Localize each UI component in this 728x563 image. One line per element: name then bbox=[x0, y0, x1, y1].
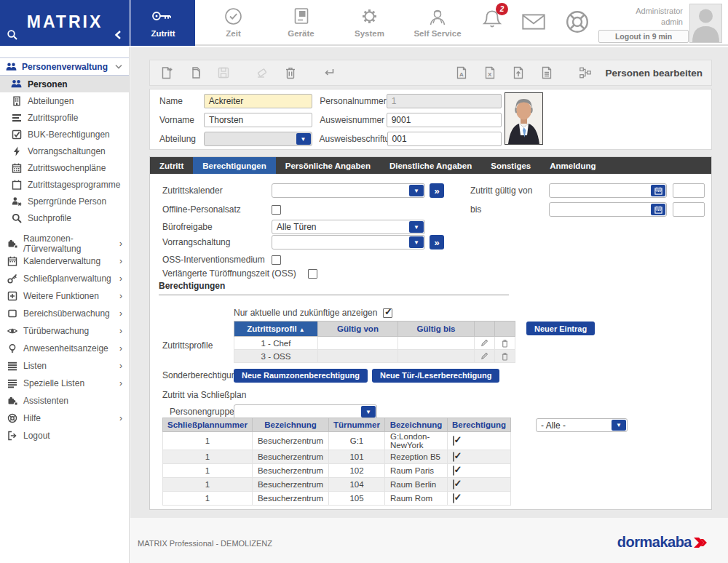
column-tuernummer[interactable]: Türnummer bbox=[329, 418, 385, 432]
sidebar-section-schliessplanverwaltung[interactable]: Schließplanverwaltung › bbox=[0, 270, 129, 287]
table-row[interactable]: 1 - Chef bbox=[234, 337, 515, 350]
verlaengerte-tueroeffnungszeit-checkbox[interactable] bbox=[308, 269, 317, 279]
zutrittskalender-select[interactable]: ▼ bbox=[272, 183, 425, 198]
berechtigung-checkbox[interactable] bbox=[453, 479, 454, 490]
edit-row-button[interactable] bbox=[475, 350, 495, 363]
schliessplan-filter-select[interactable]: - Alle - ▼ bbox=[536, 418, 628, 432]
berechtigung-checkbox[interactable] bbox=[453, 436, 454, 446]
edit-row-button[interactable] bbox=[475, 337, 495, 350]
chevron-down-icon[interactable]: ▼ bbox=[296, 133, 311, 145]
sidebar-item-vorrangschaltungen[interactable]: Vorrangschaltungen bbox=[0, 143, 129, 159]
neuer-eintrag-button[interactable]: Neuer Eintrag bbox=[526, 322, 595, 335]
export-pdf-button[interactable]: A bbox=[454, 65, 470, 81]
sidebar-item-sperrgruende-person[interactable]: Sperrgründe Person bbox=[0, 193, 129, 209]
tab-zutritt[interactable]: Zutritt bbox=[150, 157, 193, 174]
gueltig-von-time-field[interactable] bbox=[673, 183, 705, 198]
sidebar-section-raumzonen[interactable]: Raumzonen- /Türverwaltung › bbox=[0, 235, 129, 252]
module-tab-self-service[interactable]: Self Service bbox=[400, 0, 475, 46]
sidebar-section-spezielle-listen[interactable]: Spezielle Listen › bbox=[0, 375, 129, 392]
delete-button[interactable] bbox=[282, 65, 298, 81]
bis-date-field[interactable] bbox=[549, 202, 667, 217]
collapse-sidebar-icon[interactable] bbox=[114, 30, 122, 40]
upload-button[interactable] bbox=[510, 65, 526, 81]
table-row[interactable]: 1 Besucherzentrum 104 Raum Berlin bbox=[163, 478, 511, 492]
name-field[interactable]: Ackreiter bbox=[204, 94, 312, 108]
sidebar-item-abteilungen[interactable]: Abteilungen bbox=[0, 92, 129, 109]
column-berechtigung[interactable]: Berechtigung bbox=[447, 418, 510, 432]
table-row[interactable]: 1 Besucherzentrum 105 Raum Rom bbox=[163, 492, 511, 506]
sidebar-section-anwesenheitsanzeige[interactable]: Anwesenheitsanzeige › bbox=[0, 340, 129, 357]
vorname-field[interactable]: Thorsten bbox=[204, 113, 312, 127]
chevron-down-icon[interactable]: ▼ bbox=[612, 420, 626, 431]
berechtigung-checkbox[interactable] bbox=[453, 452, 454, 462]
tab-persoenliche-angaben[interactable]: Persönliche Angaben bbox=[276, 157, 380, 174]
sidebar-section-logout[interactable]: Logout bbox=[0, 427, 129, 444]
vorrangschaltung-more-button[interactable]: » bbox=[430, 235, 444, 249]
abteilung-select[interactable]: ▼ bbox=[204, 132, 312, 146]
sidebar-section-listen[interactable]: Listen › bbox=[0, 357, 129, 375]
oss-interventionsmedium-checkbox[interactable] bbox=[272, 255, 281, 265]
column-gueltig-bis[interactable]: Gültig bis bbox=[398, 322, 475, 337]
sidebar-section-hilfe[interactable]: Hilfe › bbox=[0, 410, 129, 427]
sidebar-item-zutrittsprofile[interactable]: Zutrittsprofile bbox=[0, 109, 129, 126]
table-row[interactable]: 1 Besucherzentrum 101 Rezeption B5 bbox=[163, 450, 511, 464]
avatar[interactable] bbox=[689, 4, 722, 43]
table-row[interactable]: 1 Besucherzentrum G:1 G:London-NewYork bbox=[163, 432, 511, 450]
save-button[interactable] bbox=[215, 65, 232, 81]
column-schliessplannummer[interactable]: Schließplannummer bbox=[163, 418, 253, 432]
vorrangschaltung-select[interactable]: ▼ bbox=[272, 235, 425, 249]
sidebar-section-assistenten[interactable]: Assistenten bbox=[0, 392, 129, 410]
column-tuer-bezeichnung[interactable]: Bezeichnung bbox=[384, 418, 447, 432]
mail-icon[interactable] bbox=[521, 12, 546, 31]
delete-row-button[interactable] bbox=[495, 337, 515, 350]
calendar-icon[interactable] bbox=[651, 185, 665, 196]
zutrittskalender-more-button[interactable]: » bbox=[430, 183, 444, 198]
export-excel-button[interactable]: X bbox=[482, 65, 498, 81]
workflow-button[interactable] bbox=[577, 65, 593, 81]
module-tab-geraete[interactable]: Geräte bbox=[270, 0, 332, 46]
neue-raumzonenberechtigung-button[interactable]: Neue Raumzonenberechtigung bbox=[234, 369, 368, 383]
sidebar-item-personen[interactable]: Personen bbox=[0, 76, 129, 92]
sidebar-section-kalenderverwaltung[interactable]: Kalenderverwaltung › bbox=[0, 252, 129, 270]
filter-aktuelle-checkbox[interactable] bbox=[383, 308, 392, 318]
gueltig-von-date-field[interactable] bbox=[549, 183, 667, 198]
print-button[interactable] bbox=[539, 65, 555, 81]
sidebar-section-tuerueberwachung[interactable]: Türüberwachung › bbox=[0, 322, 129, 340]
chevron-down-icon[interactable]: ▼ bbox=[361, 406, 376, 418]
bis-time-field[interactable] bbox=[673, 202, 705, 217]
offline-personalsatz-checkbox[interactable] bbox=[272, 205, 281, 215]
help-lifebuoy-icon[interactable] bbox=[564, 9, 590, 35]
chevron-down-icon[interactable]: ▼ bbox=[409, 221, 424, 233]
table-row[interactable]: 1 Besucherzentrum 102 Raum Paris bbox=[163, 464, 511, 478]
chevron-down-icon[interactable]: ▼ bbox=[409, 236, 424, 248]
sidebar-section-bereichsueberwachung[interactable]: Bereichsüberwachung › bbox=[0, 305, 129, 322]
sidebar-item-zutrittswochenplaene[interactable]: Zutrittswochenpläne bbox=[0, 159, 129, 176]
sidebar-section-weitere-funktionen[interactable]: Weitere Funktionen › bbox=[0, 287, 129, 305]
tab-dienstliche-angaben[interactable]: Dienstliche Angaben bbox=[380, 157, 481, 174]
logout-timer-button[interactable]: Logout in 9 min bbox=[598, 30, 689, 43]
sidebar-item-suchprofile[interactable]: Suchprofile bbox=[0, 209, 129, 226]
personengruppe-select[interactable]: ▼ bbox=[234, 404, 377, 419]
buerofreigabe-select[interactable]: Alle Türen ▼ bbox=[272, 220, 425, 234]
copy-button[interactable] bbox=[187, 65, 203, 81]
ausweisnummer-field[interactable]: 9001 bbox=[387, 113, 502, 127]
module-tab-system[interactable]: System bbox=[339, 0, 400, 46]
neue-tuer-leserberechtigung-button[interactable]: Neue Tür-/Leserberechtigung bbox=[372, 369, 499, 383]
calendar-icon[interactable] bbox=[651, 204, 665, 215]
module-tab-zeit[interactable]: Zeit bbox=[202, 0, 264, 46]
berechtigung-checkbox[interactable] bbox=[453, 466, 454, 476]
new-record-button[interactable] bbox=[159, 65, 175, 81]
module-tab-zutritt[interactable]: Zutritt bbox=[130, 0, 195, 46]
clear-button[interactable] bbox=[254, 65, 270, 81]
berechtigung-checkbox[interactable] bbox=[453, 493, 454, 503]
tab-sonstiges[interactable]: Sonstiges bbox=[481, 157, 540, 174]
back-button[interactable] bbox=[321, 65, 337, 81]
chevron-down-icon[interactable]: ▼ bbox=[409, 185, 424, 196]
ausweisbeschriftung-field[interactable]: 001 bbox=[387, 132, 502, 146]
tab-anmeldung[interactable]: Anmeldung bbox=[540, 157, 605, 174]
sidebar-item-zutrittstagesprogramme[interactable]: Zutrittstagesprogramme bbox=[0, 176, 129, 193]
sidebar-item-buk-berechtigungen[interactable]: BUK-Berechtigungen bbox=[0, 126, 129, 143]
table-row[interactable]: 3 - OSS bbox=[234, 350, 515, 363]
tab-berechtigungen[interactable]: Berechtigungen bbox=[193, 157, 276, 174]
sidebar-group-personenverwaltung[interactable]: Personenverwaltung bbox=[0, 57, 129, 76]
